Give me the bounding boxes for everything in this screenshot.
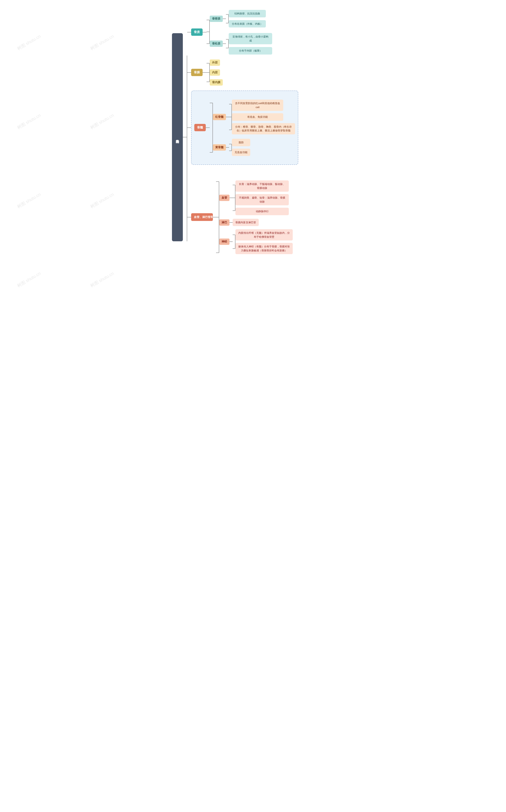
l1-guizhi-node: 骨质 [191,28,202,36]
leaf-wuzaoxuegongneng: 无造血功能 [232,149,250,156]
gumizhi-bracket-svg [226,11,229,27]
leaf-qutichuan-shenjing: 躯体传入神经（有髓）分布于骨膜，骨膜对张力撕扯刺激敏感（骨脓骨折时会有剧痛） [235,243,293,254]
l2-gusongzhi-node: 骨松质 [210,40,223,47]
l2-huangguisui-node: 黄骨髓 [213,144,226,151]
shenjing-bracket-svg [233,230,235,254]
leaf-fenbuzhuigu: 分布：椎骨、髂骨、肋骨、胸骨、股骨内（终生存在）临床常用髂前上棘、髂后上棘做骨穿… [232,123,295,134]
l2-waiceng-node: 外层 [210,60,220,66]
leaf-neizangchuchu: 内脏传出纤维（无髓）伴滋养血管如故内，分布于哈佛管血管壁 [235,229,293,241]
gusui-bracket-svg [210,94,213,161]
section-xueguan: 血管、淋巴管和神经 血管 [187,170,334,265]
page: 骨构造 骨质 [168,4,338,812]
l2-guneimo-node: 骨内膜 [210,79,223,86]
l1-gumo-node: 骨膜 [191,69,202,76]
leaf-dongjingmai-xueguan: 动静脉伴行 [235,208,289,215]
l2-xueguan-sub-node: 血管 [219,195,230,201]
section-gusui: 骨髓 红骨髓 [187,91,334,165]
xueguan-bracket-svg [216,170,219,265]
huangguisui-bracket-svg [229,141,232,154]
leaf-youzaoye: 有造血、免疫功能 [232,113,283,121]
l2-gumizhi-node: 骨密质 [210,16,223,22]
leaf-hanbutongfayu: 含不同发育阶段的红cell和其他幼稚形血cell [232,100,283,111]
leaf-fenbuzaibiaomian: 分布在表面（外板、内板） [229,20,266,28]
xueguan-sub-bracket-svg [233,180,235,215]
l1-xueguan-node: 血管、淋巴管和神经 [191,213,213,221]
root-node: 骨构造 [172,33,183,241]
l2-shenjing-node: 神经 [219,239,230,245]
l1-gusui-node: 骨髓 [194,124,206,131]
leaf-zhifang: 脂肪 [232,139,250,146]
gusongzhi-bracket-svg [226,36,229,52]
leaf-gumoneifulin: 骨膜内富含淋巴管 [233,219,259,226]
guizhi-bracket-svg [206,16,210,48]
l2-linba-node: 淋巴 [219,219,230,226]
section-gumo: 骨膜 外层 内层 [187,60,334,86]
hongguisui-bracket-svg [229,99,232,135]
leaf-fenbuyuneibu: 分布于内部（板障） [229,47,272,55]
l2-hongguisui-node: 红骨髓 [213,114,226,120]
gumo-bracket-svg [206,60,210,85]
leaf-buguzeguze-xueguan: 不规则骨、扁骨、短骨：滋养动脉、骨膜动脉 [235,194,289,205]
section-guizhi: 骨质 骨密质 [187,10,334,55]
leaf-haimianzhuang: 呈海绵状，有小孔，由骨小梁构成 [229,33,272,44]
leaf-jigoujimi: 结构致密、抗压抗扭曲 [229,10,266,17]
l2-neiceng-node: 内层 [210,69,220,76]
leaf-changgu-xueguan: 长骨：滋养动脉、干骺端动脉、骺动脉、骨膜动脉 [235,180,289,192]
